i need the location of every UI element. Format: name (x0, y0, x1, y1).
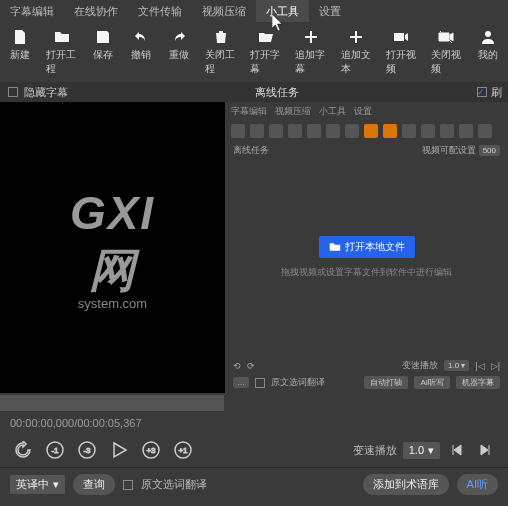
mini-tool-icon[interactable] (421, 124, 435, 138)
mini-tool-icon[interactable] (307, 124, 321, 138)
main-tabbar: 字幕编辑 在线协作 文件传输 视频压缩 小工具 设置 (0, 0, 508, 22)
offline-task-panel: 字幕编辑 视频压缩 小工具 设置 离线任务 视频可配设置 500 (225, 102, 508, 393)
panel-icon-row (225, 121, 508, 141)
main-toolbar: 新建 打开工程 保存 撤销 重做 关闭工程 打开字幕 追加字幕 追加文本 打开视… (0, 22, 508, 82)
timeline-scrubber[interactable] (0, 395, 508, 411)
video-preview[interactable]: GXI网 system.com (0, 102, 225, 393)
folder-icon (53, 28, 71, 46)
mini-tool-icon[interactable] (288, 124, 302, 138)
open-local-file-button[interactable]: 打开本地文件 (319, 236, 415, 258)
mini-tab[interactable]: 字幕编辑 (231, 105, 267, 118)
redo-button[interactable]: 重做 (161, 26, 197, 78)
add-terminology-button[interactable]: 添加到术语库 (363, 474, 449, 495)
panel-mini-tabs: 字幕编辑 视频压缩 小工具 设置 (225, 102, 508, 121)
mini-tab[interactable]: 小工具 (319, 105, 346, 118)
save-button[interactable]: 保存 (85, 26, 121, 78)
machine-subtitle-button[interactable]: 机器字幕 (456, 376, 500, 389)
my-button[interactable]: 我的 (470, 26, 506, 78)
user-icon (479, 28, 497, 46)
mini-tool-icon[interactable] (459, 124, 473, 138)
mini-tool-icon[interactable] (326, 124, 340, 138)
mini-tool-icon[interactable] (269, 124, 283, 138)
main-area: GXI网 system.com 字幕编辑 视频压缩 小工具 设置 (0, 102, 508, 393)
offline-task-label: 离线任务 (225, 85, 477, 100)
forward-3-button[interactable]: +3 (140, 439, 162, 461)
panel-param-value[interactable]: 500 (479, 145, 500, 156)
playback-speed-select[interactable]: 1.0▾ (403, 442, 440, 459)
play-button[interactable] (108, 439, 130, 461)
open-subtitle-button[interactable]: 打开字幕 (244, 26, 287, 78)
loop-button[interactable] (12, 439, 34, 461)
forward-1-button[interactable]: +1 (172, 439, 194, 461)
drag-hint-text: 拖拽视频或设置字幕文件到软件中进行编辑 (281, 266, 452, 279)
open-project-button[interactable]: 打开工程 (40, 26, 83, 78)
video-icon (392, 28, 410, 46)
mini-tool-icon[interactable] (250, 124, 264, 138)
original-translate-checkbox[interactable] (123, 480, 133, 490)
video-off-icon (437, 28, 455, 46)
redo-icon (170, 28, 188, 46)
loop-icon[interactable]: ⟳ (247, 361, 255, 371)
mini-tool-icon[interactable] (478, 124, 492, 138)
original-translate-label: 原文选词翻译 (141, 477, 207, 492)
subheader: 隐藏字幕 离线任务 刷 (0, 82, 508, 102)
new-button[interactable]: 新建 (2, 26, 38, 78)
undo-button[interactable]: 撤销 (123, 26, 159, 78)
mini-tab[interactable]: 设置 (354, 105, 372, 118)
save-icon (94, 28, 112, 46)
next-marker-button[interactable] (474, 439, 496, 461)
panel-task-label: 离线任务 (233, 144, 269, 157)
tab-online-collab[interactable]: 在线协作 (64, 0, 128, 22)
chevron-down-icon: ▾ (53, 478, 59, 491)
tab-subtitle-edit[interactable]: 字幕编辑 (0, 0, 64, 22)
mini-tool-icon[interactable] (231, 124, 245, 138)
tab-tools[interactable]: 小工具 (256, 0, 309, 22)
close-project-button[interactable]: 关闭工程 (199, 26, 242, 78)
mini-tool-icon[interactable] (383, 124, 397, 138)
mini-tool-icon[interactable] (364, 124, 378, 138)
mini-tool-icon[interactable] (345, 124, 359, 138)
playback-speed-label: 变速播放 (353, 443, 397, 458)
mini-tool-icon[interactable] (402, 124, 416, 138)
panel-param-label: 视频可配设置 (422, 145, 476, 155)
undo-icon (132, 28, 150, 46)
query-button[interactable]: 查询 (73, 474, 115, 495)
ai-listen-button[interactable]: AI听 (457, 474, 498, 495)
bottom-bar: 英译中▾ 查询 原文选词翻译 添加到术语库 AI听 (0, 467, 508, 501)
svg-text:-1: -1 (51, 446, 59, 455)
plus-icon (347, 28, 365, 46)
loop-icon[interactable]: ⟲ (233, 361, 241, 371)
trash-icon (212, 28, 230, 46)
mini-tool-icon[interactable] (440, 124, 454, 138)
folder-open-icon (257, 28, 275, 46)
folder-icon (329, 241, 341, 253)
tab-file-transfer[interactable]: 文件传输 (128, 0, 192, 22)
auto-timing-button[interactable]: 自动打轴 (364, 376, 408, 389)
panel-translate-checkbox[interactable] (255, 378, 265, 388)
chevron-down-icon: ▾ (428, 444, 434, 457)
svg-text:+1: +1 (178, 446, 188, 455)
ai-dictation-button[interactable]: AI听写 (414, 376, 450, 389)
mini-btn-icon[interactable]: |◁ (475, 361, 484, 371)
player-controls: -1 -3 +3 +1 变速播放 1.0▾ (0, 433, 508, 467)
append-subtitle-button[interactable]: 追加字幕 (289, 26, 332, 78)
svg-text:-3: -3 (83, 446, 91, 455)
translation-lang-select[interactable]: 英译中▾ (10, 475, 65, 494)
mini-btn-icon[interactable]: ▷| (491, 361, 500, 371)
rewind-3-button[interactable]: -3 (76, 439, 98, 461)
refresh-checkbox[interactable] (477, 87, 487, 97)
mini-tab[interactable]: 视频压缩 (275, 105, 311, 118)
file-icon (11, 28, 29, 46)
prev-marker-button[interactable] (446, 439, 468, 461)
panel-speed-select[interactable]: 1.0 ▾ (444, 360, 469, 371)
hide-subtitle-checkbox[interactable] (8, 87, 18, 97)
close-video-button[interactable]: 关闭视频 (425, 26, 468, 78)
panel-lang-select[interactable]: … (233, 377, 249, 388)
open-video-button[interactable]: 打开视频 (380, 26, 423, 78)
panel-speed-label: 变速播放 (402, 359, 438, 372)
tab-video-compress[interactable]: 视频压缩 (192, 0, 256, 22)
tab-settings[interactable]: 设置 (309, 0, 351, 22)
rewind-1-button[interactable]: -1 (44, 439, 66, 461)
append-text-button[interactable]: 追加文本 (335, 26, 378, 78)
svg-point-0 (485, 31, 491, 37)
